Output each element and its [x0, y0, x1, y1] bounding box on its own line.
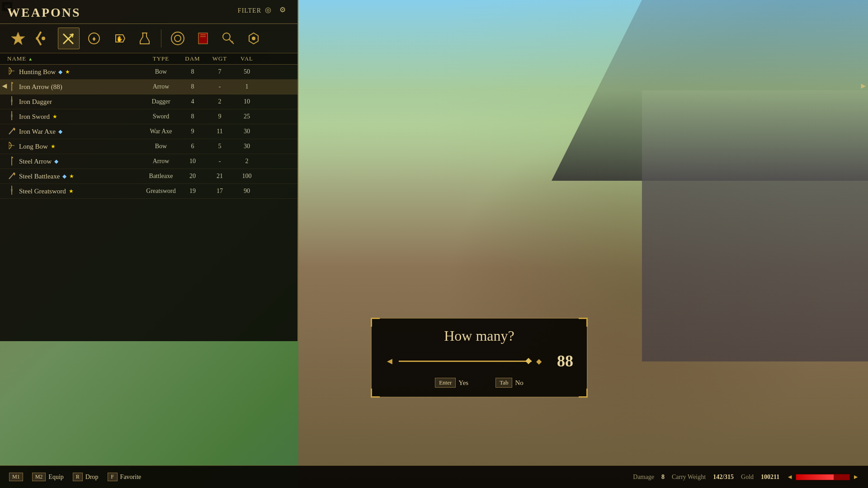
sort-icon: ▲	[28, 56, 33, 61]
svg-point-12	[171, 32, 184, 45]
settings-icon[interactable]: ⚙	[279, 5, 290, 16]
weapon-type: Bow	[143, 68, 179, 75]
diamond-badge: ◆	[54, 158, 58, 165]
dialog-corner-tr	[579, 318, 588, 327]
cat-keys[interactable]	[217, 28, 239, 49]
f-key: F	[108, 473, 118, 481]
col-name-header[interactable]: NAME ▲	[7, 55, 143, 62]
weapon-wgt: -	[206, 158, 233, 165]
yes-label: Yes	[458, 379, 468, 387]
quantity-slider[interactable]: ◄ ◆ 88	[381, 352, 578, 371]
weapon-type: Arrow	[143, 83, 179, 90]
yes-button[interactable]: Enter Yes	[435, 378, 468, 388]
table-row[interactable]: Iron Dagger Dagger 4 2 10	[0, 94, 297, 109]
weapon-name: Hunting Bow ◆★	[7, 66, 143, 77]
weapon-dam: 9	[179, 128, 206, 135]
weapon-wgt: 5	[206, 143, 233, 150]
star-badge: ★	[65, 69, 70, 75]
table-row[interactable]: Steel Battleaxe ◆★ Battleaxe 20 21 100	[0, 169, 297, 184]
col-wgt-header[interactable]: WGT	[206, 55, 233, 62]
diamond-badge: ◆	[58, 69, 62, 75]
nav-right-arrow[interactable]: ►	[859, 79, 868, 93]
slider-left-arrow[interactable]: ◄	[385, 356, 394, 366]
star-badge: ★	[69, 188, 74, 195]
yes-key: Enter	[435, 378, 456, 388]
m1-key: M1	[9, 473, 23, 481]
cat-all[interactable]	[33, 28, 54, 49]
table-row[interactable]: Iron Sword ★ Sword 8 9 25	[0, 109, 297, 124]
weapon-icon	[7, 156, 16, 167]
weapon-type: Battleaxe	[143, 173, 179, 180]
weapon-dam: 8	[179, 83, 206, 90]
weapon-val: 30	[233, 143, 260, 150]
table-row[interactable]: Steel Arrow ◆ Arrow 10 - 2	[0, 154, 297, 169]
slider-diamond-icon: ◆	[536, 357, 542, 366]
weapon-dam: 19	[179, 188, 206, 195]
weapon-name: Iron War Axe ◆	[7, 126, 143, 137]
r-key: R	[73, 473, 83, 481]
weapon-icon	[7, 186, 16, 197]
health-bar	[796, 474, 850, 480]
weapon-type: War Axe	[143, 128, 179, 135]
cat-shouts[interactable]: ✋	[108, 28, 130, 49]
damage-value: 8	[661, 474, 665, 481]
cat-misc[interactable]	[243, 28, 264, 49]
dialog-corner-bl	[371, 389, 380, 398]
nav-left-arrow[interactable]: ◄	[0, 79, 9, 93]
svg-point-3	[42, 37, 45, 40]
weapon-name: Iron Arrow (88)	[7, 81, 143, 92]
how-many-dialog: How many? ◄ ◆ 88 Enter Yes Tab No	[371, 318, 588, 398]
weapon-val: 10	[233, 98, 260, 105]
table-row[interactable]: Long Bow ★ Bow 6 5 30	[0, 139, 297, 154]
col-val-header[interactable]: VAL	[233, 55, 260, 62]
dialog-title: How many?	[381, 328, 578, 344]
col-dam-header[interactable]: DAM	[179, 55, 206, 62]
weapon-val: 25	[233, 113, 260, 120]
weapon-icon	[7, 111, 16, 122]
weapon-name-text: Iron Arrow (88)	[19, 83, 62, 91]
drop-label: Drop	[85, 474, 99, 481]
weapon-name-text: Steel Battleaxe	[19, 173, 60, 180]
svg-marker-0	[11, 32, 25, 45]
bottom-hud: M1 M2 Equip R Drop F Favorite Damage 8 C…	[0, 465, 868, 488]
diamond-badge: ◆	[62, 173, 66, 180]
drop-button[interactable]: R Drop	[73, 473, 99, 481]
no-key: Tab	[495, 378, 512, 388]
damage-label: Damage	[633, 474, 654, 481]
cat-books[interactable]	[192, 28, 214, 49]
star-badge: ★	[51, 143, 56, 150]
cat-all2[interactable]	[167, 28, 189, 49]
cat-magic[interactable]: ♦	[83, 28, 105, 49]
table-row[interactable]: Iron War Axe ◆ War Axe 9 11 30	[0, 124, 297, 139]
weapon-name-text: Long Bow	[19, 143, 48, 150]
m1-button[interactable]: M1	[9, 473, 23, 481]
weapon-name: Iron Dagger	[7, 96, 143, 107]
carry-value: 142/315	[713, 474, 734, 481]
slider-thumb	[525, 358, 532, 364]
health-bar-container: ◄ ►	[787, 474, 859, 481]
slider-track[interactable]	[399, 361, 532, 362]
svg-text:✋: ✋	[116, 35, 123, 42]
carry-label: Carry Weight	[672, 474, 706, 481]
favorite-button[interactable]: F Favorite	[108, 473, 142, 481]
weapon-name-text: Steel Greatsword	[19, 188, 66, 195]
health-fill	[796, 474, 834, 480]
weapon-name-text: Steel Arrow	[19, 158, 52, 165]
col-type-header[interactable]: TYPE	[143, 55, 179, 62]
table-row[interactable]: Iron Arrow (88) Arrow 8 - 1	[0, 80, 297, 94]
cat-weapons[interactable]	[58, 28, 80, 49]
table-row[interactable]: Steel Greatsword ★ Greatsword 19 17 90	[0, 184, 297, 199]
no-button[interactable]: Tab No	[495, 378, 524, 388]
health-right-arrow: ►	[853, 474, 859, 481]
filter-icon[interactable]: ◎	[265, 5, 276, 16]
cat-favorites[interactable]	[7, 28, 29, 49]
weapon-name: Steel Battleaxe ◆★	[7, 171, 143, 182]
weapon-dam: 8	[179, 68, 206, 75]
diamond-badge: ◆	[58, 128, 62, 135]
weapon-wgt: 7	[206, 68, 233, 75]
weapon-wgt: 17	[206, 188, 233, 195]
weapon-dam: 4	[179, 98, 206, 105]
equip-button[interactable]: M2 Equip	[32, 473, 64, 481]
cat-potions[interactable]	[134, 28, 156, 49]
table-row[interactable]: Hunting Bow ◆★ Bow 8 7 50	[0, 65, 297, 80]
